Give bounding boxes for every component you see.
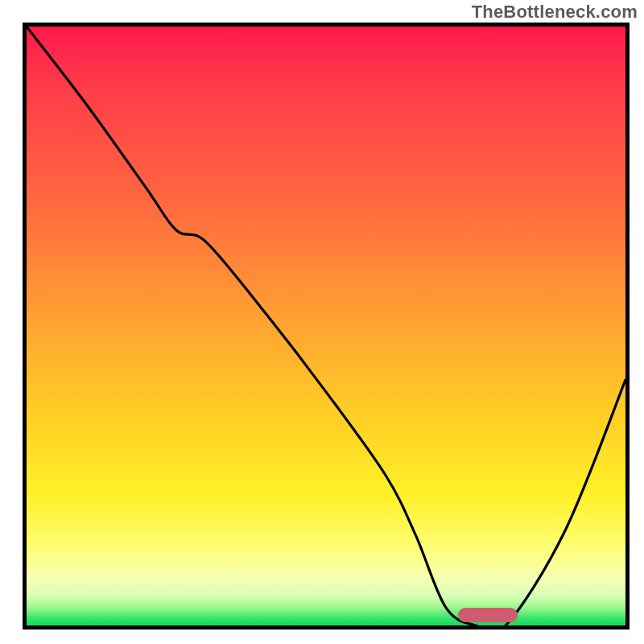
optimal-range-bar bbox=[458, 608, 518, 622]
watermark-text: TheBottleneck.com bbox=[472, 2, 638, 23]
bottleneck-curve bbox=[27, 27, 625, 625]
chart-plot-area bbox=[23, 23, 630, 630]
